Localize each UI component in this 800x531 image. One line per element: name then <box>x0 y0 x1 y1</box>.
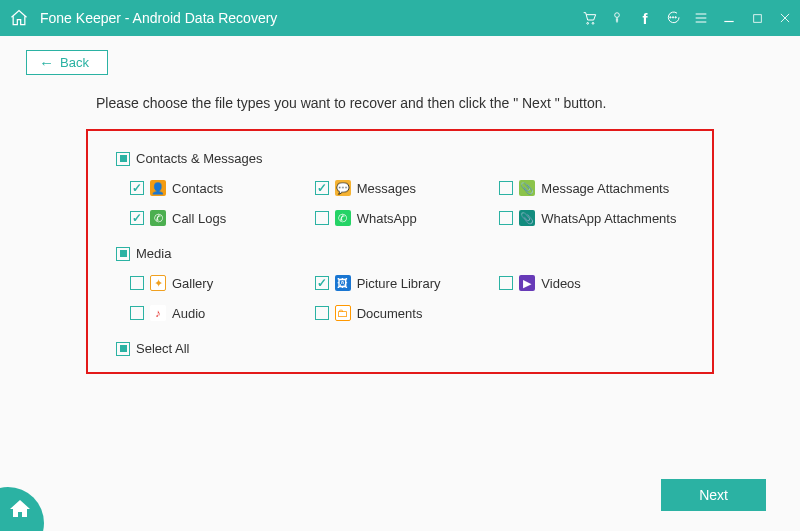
facebook-icon[interactable]: f <box>636 9 654 27</box>
item-whatsapp-attachments[interactable]: 📎 WhatsApp Attachments <box>499 210 684 226</box>
item-gallery[interactable]: ✦ Gallery <box>130 275 315 291</box>
category-contacts-messages[interactable]: Contacts & Messages <box>116 151 684 166</box>
checkbox-picture-library[interactable] <box>315 276 329 290</box>
feedback-icon[interactable] <box>664 9 682 27</box>
category-label: Media <box>136 246 171 261</box>
app-title: Fone Keeper - Android Data Recovery <box>40 10 580 26</box>
item-audio[interactable]: ♪ Audio <box>130 305 315 321</box>
checkbox-media[interactable] <box>116 247 130 261</box>
checkbox-contacts-messages[interactable] <box>116 152 130 166</box>
messages-icon: 💬 <box>335 180 351 196</box>
gallery-icon: ✦ <box>150 275 166 291</box>
checkbox-message-attachments[interactable] <box>499 181 513 195</box>
documents-icon: 🗀 <box>335 305 351 321</box>
whatsapp-icon: ✆ <box>335 210 351 226</box>
item-videos[interactable]: ▶ Videos <box>499 275 684 291</box>
svg-point-5 <box>675 17 676 18</box>
svg-point-0 <box>587 22 589 24</box>
call-logs-icon: ✆ <box>150 210 166 226</box>
minimize-button[interactable] <box>720 9 738 27</box>
select-all[interactable]: Select All <box>116 341 684 356</box>
checkbox-audio[interactable] <box>130 306 144 320</box>
instruction-text: Please choose the file types you want to… <box>96 95 774 111</box>
item-documents[interactable]: 🗀 Documents <box>315 305 500 321</box>
item-contacts[interactable]: 👤 Contacts <box>130 180 315 196</box>
message-attachments-icon: 📎 <box>519 180 535 196</box>
item-messages[interactable]: 💬 Messages <box>315 180 500 196</box>
item-whatsapp[interactable]: ✆ WhatsApp <box>315 210 500 226</box>
item-call-logs[interactable]: ✆ Call Logs <box>130 210 315 226</box>
checkbox-gallery[interactable] <box>130 276 144 290</box>
checkbox-whatsapp-attachments[interactable] <box>499 211 513 225</box>
svg-point-3 <box>670 17 671 18</box>
titlebar-actions: f <box>580 9 794 27</box>
maximize-button[interactable] <box>748 9 766 27</box>
videos-icon: ▶ <box>519 275 535 291</box>
whatsapp-attachments-icon: 📎 <box>519 210 535 226</box>
contacts-icon: 👤 <box>150 180 166 196</box>
category-media[interactable]: Media <box>116 246 684 261</box>
checkbox-documents[interactable] <box>315 306 329 320</box>
titlebar: Fone Keeper - Android Data Recovery f <box>0 0 800 36</box>
home-icon <box>8 497 32 521</box>
svg-point-2 <box>615 13 620 18</box>
svg-point-4 <box>672 17 673 18</box>
checkbox-videos[interactable] <box>499 276 513 290</box>
next-button[interactable]: Next <box>661 479 766 511</box>
checkbox-call-logs[interactable] <box>130 211 144 225</box>
picture-library-icon: 🖼 <box>335 275 351 291</box>
item-message-attachments[interactable]: 📎 Message Attachments <box>499 180 684 196</box>
svg-rect-6 <box>753 14 761 22</box>
close-button[interactable] <box>776 9 794 27</box>
cart-icon[interactable] <box>580 9 598 27</box>
back-button[interactable]: ← Back <box>26 50 108 75</box>
checkbox-select-all[interactable] <box>116 342 130 356</box>
checkbox-whatsapp[interactable] <box>315 211 329 225</box>
category-label: Contacts & Messages <box>136 151 262 166</box>
back-arrow-icon: ← <box>39 55 54 70</box>
home-icon <box>8 7 30 29</box>
select-all-label: Select All <box>136 341 189 356</box>
svg-point-1 <box>592 22 594 24</box>
menu-icon[interactable] <box>692 9 710 27</box>
checkbox-messages[interactable] <box>315 181 329 195</box>
back-label: Back <box>60 55 89 70</box>
file-types-panel: Contacts & Messages 👤 Contacts 💬 Message… <box>86 129 714 374</box>
footer-home-button[interactable] <box>0 487 44 531</box>
key-icon[interactable] <box>608 9 626 27</box>
audio-icon: ♪ <box>150 305 166 321</box>
item-picture-library[interactable]: 🖼 Picture Library <box>315 275 500 291</box>
checkbox-contacts[interactable] <box>130 181 144 195</box>
